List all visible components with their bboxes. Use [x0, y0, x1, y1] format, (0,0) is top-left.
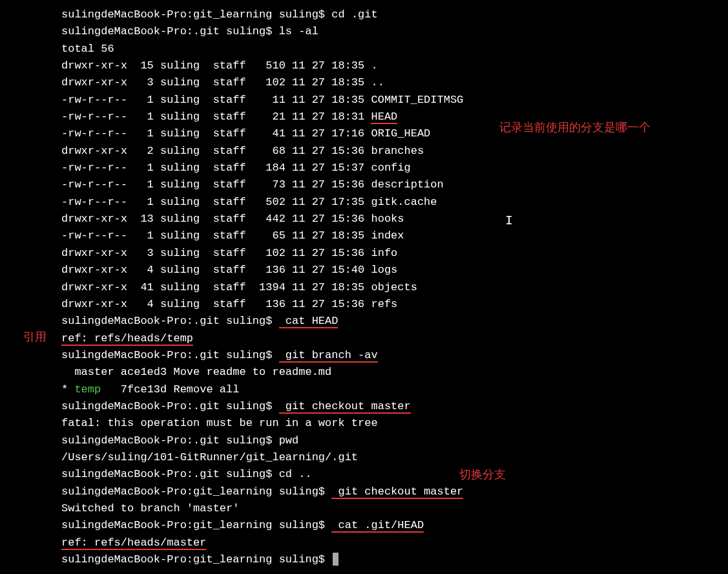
- prompt: sulingdeMacBook-Pro:git_learning suling$: [61, 553, 325, 566]
- ls-row: -rw-r--r-- 1 suling staff 184 11 27 15:3…: [61, 160, 728, 176]
- ls-row: drwxr-xr-x 41 suling staff 1394 11 27 18…: [61, 279, 728, 296]
- annotation-ref: 引用: [23, 328, 47, 346]
- prompt: sulingdeMacBook-Pro:.git suling$: [61, 434, 272, 447]
- pwd-output: /Users/suling/101-GitRunner/git_learning…: [61, 449, 728, 466]
- head-file: HEAD: [371, 111, 397, 124]
- prompt: sulingdeMacBook-Pro:git_learning suling$: [61, 519, 325, 531]
- ref-master: ref: refs/heads/master: [61, 535, 728, 551]
- annotation-record-branch: 记录当前使用的分支是哪一个: [499, 119, 650, 137]
- text-cursor-icon: I: [505, 211, 513, 231]
- ls-row: drwxr-xr-x 13 suling staff 442 11 27 15:…: [61, 211, 728, 228]
- prompt-line-current[interactable]: sulingdeMacBook-Pro:git_learning suling$: [61, 551, 728, 568]
- prompt: sulingdeMacBook-Pro:.git suling$: [61, 400, 272, 412]
- command-git-branch: git branch -av: [279, 349, 378, 363]
- command-cat-git-head: cat .git/HEAD: [331, 519, 424, 533]
- prompt-line: sulingdeMacBook-Pro:.git suling$ ls -al: [61, 23, 728, 40]
- command: cd .git: [325, 8, 378, 21]
- ls-row: drwxr-xr-x 4 suling staff 136 11 27 15:4…: [61, 262, 728, 279]
- ref-temp: ref: refs/heads/temp: [61, 330, 728, 347]
- prompt: sulingdeMacBook-Pro:git_learning suling$: [61, 8, 325, 21]
- prompt-line: sulingdeMacBook-Pro:.git suling$ cat HEA…: [61, 313, 728, 330]
- prompt-line: sulingdeMacBook-Pro:.git suling$ pwd: [61, 432, 728, 449]
- command: cd ..: [272, 468, 311, 480]
- terminal-cursor: [333, 553, 338, 566]
- branch-master: master ace1ed3 Move readme to readme.md: [61, 364, 728, 381]
- prompt-line: sulingdeMacBook-Pro:.git suling$ cd ..: [61, 466, 728, 483]
- prompt: sulingdeMacBook-Pro:.git suling$: [61, 315, 272, 327]
- command-checkout: git checkout master: [279, 400, 411, 414]
- prompt: sulingdeMacBook-Pro:.git suling$: [61, 349, 272, 361]
- command-cat-head: cat HEAD: [279, 315, 338, 328]
- prompt-line: sulingdeMacBook-Pro:git_learning suling$…: [61, 6, 728, 23]
- output-total: total 56: [61, 41, 728, 58]
- prompt-line: sulingdeMacBook-Pro:.git suling$ git che…: [61, 398, 728, 415]
- ls-row: drwxr-xr-x 3 suling staff 102 11 27 15:3…: [61, 245, 728, 262]
- ls-row: -rw-r--r-- 1 suling staff 73 11 27 15:36…: [61, 176, 728, 193]
- branch-temp: * temp 7fce13d Remove all: [61, 381, 728, 398]
- command: pwd: [272, 434, 298, 447]
- prompt-line: sulingdeMacBook-Pro:git_learning suling$…: [61, 484, 728, 500]
- ls-row: drwxr-xr-x 2 suling staff 68 11 27 15:36…: [61, 143, 728, 160]
- command: ls -al: [272, 25, 318, 37]
- switched-output: Switched to branch 'master': [61, 500, 728, 517]
- ls-row: -rw-r--r-- 1 suling staff 65 11 27 18:35…: [61, 228, 728, 244]
- prompt-line: sulingdeMacBook-Pro:git_learning suling$…: [61, 517, 728, 534]
- ls-row: -rw-r--r-- 1 suling staff 11 11 27 18:35…: [61, 92, 728, 109]
- ls-row: drwxr-xr-x 4 suling staff 136 11 27 15:3…: [61, 296, 728, 313]
- ls-row: drwxr-xr-x 15 suling staff 510 11 27 18:…: [61, 58, 728, 74]
- prompt-line: sulingdeMacBook-Pro:.git suling$ git bra…: [61, 347, 728, 364]
- ls-row: -rw-r--r-- 1 suling staff 502 11 27 17:3…: [61, 194, 728, 211]
- prompt: sulingdeMacBook-Pro:.git suling$: [61, 25, 272, 37]
- current-branch: temp: [74, 383, 101, 396]
- ls-row: drwxr-xr-x 3 suling staff 102 11 27 18:3…: [61, 74, 728, 91]
- fatal-error: fatal: this operation must be run in a w…: [61, 415, 728, 432]
- annotation-switch-branch: 切换分支: [459, 466, 506, 484]
- command-checkout: git checkout master: [331, 485, 463, 499]
- prompt: sulingdeMacBook-Pro:.git suling$: [61, 468, 272, 480]
- prompt: sulingdeMacBook-Pro:git_learning suling$: [61, 485, 325, 498]
